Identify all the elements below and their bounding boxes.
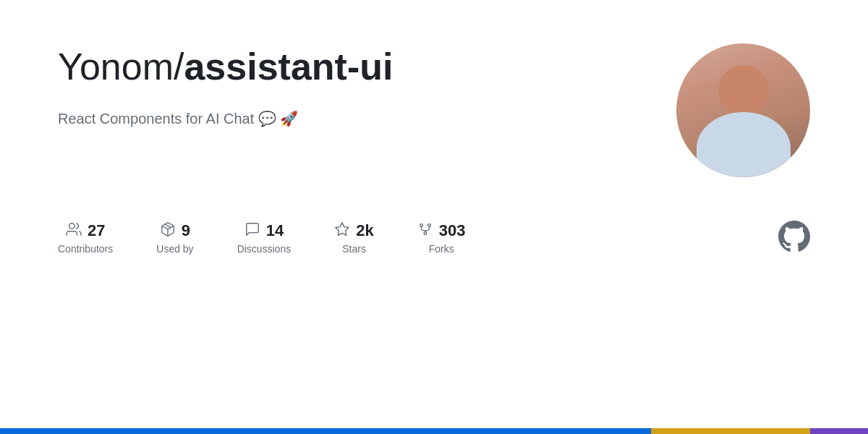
stat-used-by[interactable]: 9 Used by: [156, 221, 193, 255]
svg-point-0: [69, 224, 74, 229]
contributors-value: 27: [88, 221, 105, 240]
bottom-bar-purple: [810, 428, 868, 434]
package-icon: [160, 221, 176, 240]
forks-label: Forks: [429, 243, 454, 255]
main-container: Yonom/assistant-ui React Components for …: [0, 0, 868, 405]
bottom-bar-yellow: [651, 428, 810, 434]
people-icon: [66, 221, 82, 240]
stat-forks[interactable]: 303 Forks: [417, 221, 466, 255]
comment-icon: [244, 221, 260, 240]
avatar[interactable]: [676, 43, 810, 177]
stars-value: 2k: [356, 221, 373, 240]
svg-marker-3: [336, 223, 349, 235]
repo-name[interactable]: assistant-ui: [184, 46, 393, 88]
star-icon: [334, 221, 350, 240]
repo-title: Yonom/assistant-ui: [58, 43, 633, 90]
stats-section: 27 Contributors 9 Used by: [58, 221, 810, 255]
stat-contributors[interactable]: 27 Contributors: [58, 221, 113, 255]
repo-description: React Components for AI Chat 💬 🚀: [58, 108, 633, 129]
fork-icon: [417, 221, 433, 240]
github-icon: [778, 221, 810, 252]
title-section: Yonom/assistant-ui React Components for …: [58, 43, 633, 129]
forks-value: 303: [439, 221, 466, 240]
discussions-value: 14: [266, 221, 284, 240]
svg-point-6: [424, 232, 427, 235]
stars-label: Stars: [342, 243, 366, 255]
svg-line-1: [165, 224, 171, 228]
top-section: Yonom/assistant-ui React Components for …: [58, 43, 810, 177]
bottom-bar-blue: [0, 428, 651, 434]
avatar-section: [676, 43, 810, 177]
used-by-value: 9: [182, 221, 190, 240]
bottom-bar: [0, 428, 868, 434]
used-by-label: Used by: [156, 243, 193, 255]
discussions-label: Discussions: [237, 243, 292, 255]
stat-stars[interactable]: 2k Stars: [334, 221, 373, 255]
stat-discussions[interactable]: 14 Discussions: [237, 221, 292, 255]
contributors-label: Contributors: [58, 243, 113, 255]
repo-owner[interactable]: Yonom/: [58, 46, 184, 88]
github-icon-container[interactable]: [778, 221, 810, 255]
